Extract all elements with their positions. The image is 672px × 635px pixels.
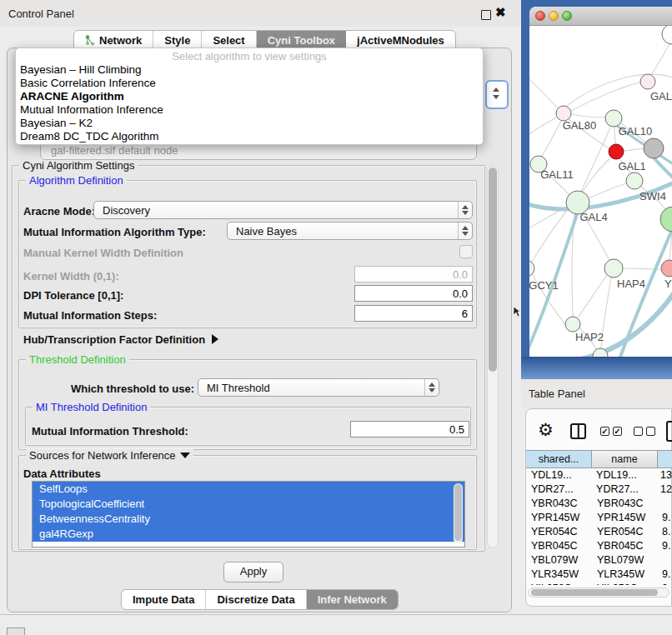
data-attribute-item[interactable]: BetweennessCentrality	[33, 512, 464, 527]
network-window-titlebar[interactable]	[529, 7, 672, 26]
table-body: YDL19...YDL19...13YDR27...YDR27...12YBR0…	[526, 468, 672, 585]
data-attribute-item[interactable]: SelfLoops	[33, 482, 464, 497]
network-edge	[614, 127, 615, 144]
network-node-label: GAL4	[579, 211, 607, 223]
mi-steps-label: Mutual Information Steps:	[23, 309, 157, 322]
tab-impute-data[interactable]: Impute Data	[122, 590, 206, 609]
combo-stepper-icon	[458, 222, 472, 239]
table-row[interactable]: YIL052CYIL052C9	[526, 582, 672, 585]
table-row[interactable]: YPR145WYPR145W9.	[526, 511, 672, 525]
network-node-gcy1[interactable]	[529, 260, 534, 277]
column-header-shared[interactable]: shared...	[526, 450, 592, 468]
attributes-scrollbar[interactable]	[454, 483, 463, 543]
sources-legend[interactable]: Sources for Network Inference	[26, 449, 193, 462]
network-node[interactable]	[662, 26, 672, 44]
document-icon[interactable]	[666, 421, 672, 442]
attributes-scrollbar-thumb[interactable]	[454, 484, 462, 541]
aracne-mode-combo[interactable]: Discovery	[93, 201, 473, 219]
network-edge	[581, 128, 610, 192]
zoom-window-icon[interactable]	[562, 11, 572, 21]
aracne-mode-value: Discovery	[94, 204, 458, 217]
data-attribute-item[interactable]: TopologicalCoefficient	[33, 497, 464, 512]
table-cell: 8.	[658, 525, 670, 539]
network-edge	[619, 232, 671, 357]
network-node-label: SWI4	[639, 190, 666, 202]
gear-icon[interactable]: ⚙	[538, 421, 554, 438]
table-cell: YLR345W	[592, 568, 658, 582]
table-row[interactable]: YDL19...YDL19...13	[526, 468, 672, 482]
algorithm-option[interactable]: Bayesian – Hill Climbing	[16, 63, 483, 77]
manual-kernel-checkbox[interactable]	[459, 245, 473, 258]
deselect-all-checkboxes-icon[interactable]	[634, 427, 655, 436]
tab-infer-network[interactable]: Infer Network	[307, 590, 398, 609]
network-node-label: GCY1	[529, 279, 559, 292]
network-node-swi4[interactable]	[626, 172, 643, 189]
network-node[interactable]	[660, 207, 672, 232]
split-columns-icon[interactable]	[570, 423, 586, 439]
mi-threshold-field[interactable]: 0.5	[350, 421, 469, 438]
table-hscrollbar-thumb[interactable]	[531, 589, 658, 596]
algorithm-option[interactable]: Dream8 DC_TDC Algorithm	[16, 130, 483, 143]
app-root: Control Panel ✖ Network Style Select Cyn…	[0, 0, 672, 635]
tab-discretize-data[interactable]: Discretize Data	[206, 590, 306, 609]
network-node-label: GAL	[650, 90, 672, 102]
kernel-width-field[interactable]: 0.0	[354, 266, 473, 282]
network-node-hap4[interactable]	[604, 259, 623, 278]
mi-steps-field[interactable]: 6	[354, 305, 473, 322]
network-node[interactable]	[644, 138, 664, 158]
bottom-corner-button[interactable]	[7, 628, 25, 635]
close-panel-button[interactable]: ✖	[495, 5, 506, 20]
network-node-gal10[interactable]	[605, 110, 622, 127]
table-cell: YBR043C	[526, 497, 592, 511]
mi-threshold-legend: MI Threshold Definition	[33, 401, 150, 413]
float-window-button[interactable]	[481, 10, 491, 20]
table-cell: 12	[656, 482, 672, 497]
mi-type-combo[interactable]: Naive Bayes	[227, 222, 473, 240]
data-attribute-item[interactable]: gal4RGexp	[33, 527, 464, 542]
cyni-settings-legend: Cyni Algorithm Settings	[19, 159, 138, 172]
settings-scrollbar-thumb[interactable]	[489, 168, 497, 372]
algorithm-option[interactable]: Mutual Information Inference	[16, 103, 483, 117]
table-cell: 9.	[658, 568, 670, 582]
hub-definition-toggle[interactable]: Hub/Transcription Factor Definition	[23, 333, 218, 346]
network-window: GALGAL80GAL10GAL1GAL11SWI4GAL4GCY1HAP4YH…	[529, 7, 672, 357]
table-row[interactable]: YBR045CYBR045C9.	[526, 539, 672, 553]
select-all-checkboxes-icon[interactable]: ✓✓	[600, 427, 622, 436]
column-header-name[interactable]: name	[592, 450, 658, 468]
algorithm-option[interactable]: Bayesian – K2	[16, 117, 483, 130]
close-window-icon[interactable]	[535, 11, 545, 21]
which-threshold-label: Which threshold to use:	[71, 382, 194, 395]
focused-spinner-remnant[interactable]	[485, 80, 509, 109]
dpi-tolerance-field[interactable]: 0.0	[354, 285, 473, 302]
column-header-partial[interactable]	[658, 450, 672, 468]
table-row[interactable]: YBL079WYBL079W	[526, 553, 672, 568]
manual-kernel-label: Manual Kernel Width Definition	[23, 247, 183, 259]
minimize-window-icon[interactable]	[549, 11, 559, 21]
table-row[interactable]: YDR27...YDR27...12	[526, 482, 672, 497]
algorithm-option[interactable]: Basic Correlation Inference	[16, 77, 483, 90]
network-node-gal[interactable]	[640, 74, 655, 89]
network-node-gal1[interactable]	[609, 144, 624, 159]
table-row[interactable]: YBR043CYBR043C	[526, 497, 672, 511]
table-row[interactable]: YLR345WYLR345W9.	[526, 568, 672, 582]
table-cell: YDR27...	[526, 482, 591, 497]
which-threshold-combo[interactable]: MI Threshold	[198, 378, 439, 397]
combo-stepper-icon	[424, 379, 439, 396]
table-cell: YDL19...	[526, 468, 591, 482]
control-panel-title: Control Panel	[8, 8, 74, 20]
network-canvas[interactable]: GALGAL80GAL10GAL1GAL11SWI4GAL4GCY1HAP4YH…	[529, 26, 672, 357]
table-cell: YLR345W	[526, 568, 592, 582]
mi-threshold-value: 0.5	[351, 422, 469, 436]
network-edge	[571, 114, 606, 118]
apply-button[interactable]: Apply	[223, 562, 283, 582]
tab-network-label: Network	[99, 34, 142, 47]
combo-stepper-icon	[458, 202, 472, 218]
settings-scrollbar[interactable]	[487, 165, 499, 548]
network-node-label: GAL1	[618, 160, 645, 172]
algorithm-option[interactable]: ARACNE Algorithm	[16, 90, 483, 103]
table-hscrollbar[interactable]	[528, 588, 669, 598]
network-node-hap2[interactable]	[565, 317, 580, 332]
network-frame-band	[521, 357, 672, 379]
network-node-y[interactable]	[661, 260, 672, 277]
table-row[interactable]: YER054CYER054C8.	[526, 525, 672, 539]
